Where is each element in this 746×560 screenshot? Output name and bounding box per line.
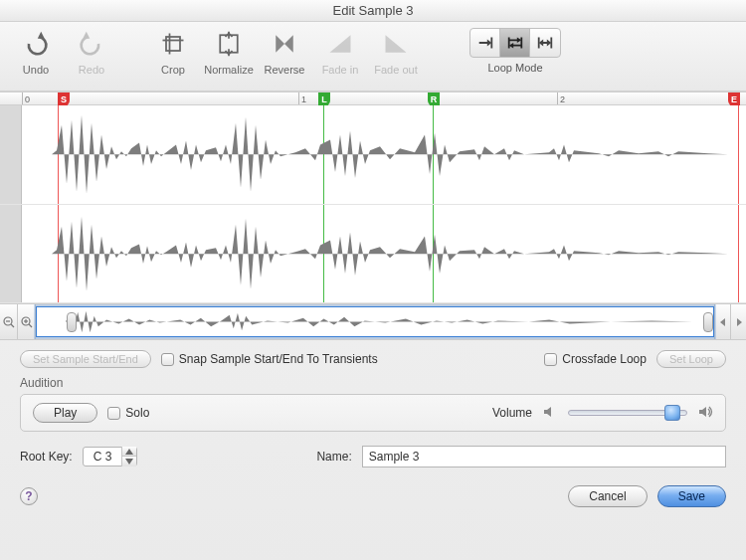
slider-thumb[interactable] [664, 405, 680, 421]
reverse-label: Reverse [265, 64, 305, 76]
fade-in-button[interactable]: Fade in [314, 28, 366, 76]
reverse-button[interactable]: Reverse [259, 28, 310, 76]
normalize-button[interactable]: Normalize [203, 28, 255, 76]
loop-mode-forward[interactable] [470, 29, 500, 57]
solo-label: Solo [125, 406, 149, 420]
overview-nav-left[interactable] [714, 304, 730, 339]
toolbar: Undo Redo Crop Normalize Reverse [0, 22, 746, 92]
crop-button[interactable]: Crop [147, 28, 199, 76]
redo-label: Redo [79, 64, 104, 76]
overview-row [0, 304, 746, 340]
time-ruler[interactable]: 0 1 2 S L R E [0, 92, 746, 105]
stepper-down[interactable] [122, 457, 136, 467]
audition-legend: Audition [20, 376, 726, 390]
marker-loop-right[interactable]: R [428, 93, 440, 106]
waveform-left-channel [0, 105, 746, 205]
redo-icon [76, 28, 107, 60]
redo-button[interactable]: Redo [66, 28, 117, 76]
overview-nav-right[interactable] [730, 304, 746, 339]
marker-sample-end[interactable]: E [728, 93, 740, 106]
ruler-tick: 1 [298, 93, 306, 104]
reverse-icon [269, 28, 300, 60]
speaker-low-icon [542, 404, 558, 423]
loop-mode-label: Loop Mode [487, 62, 542, 74]
crop-icon [157, 28, 189, 60]
marker-sample-start[interactable]: S [58, 93, 70, 106]
undo-icon [20, 28, 52, 60]
svg-rect-0 [166, 37, 180, 51]
checkbox-icon [161, 353, 174, 366]
marker-loop-left[interactable]: L [318, 93, 330, 106]
crossfade-loop-label: Crossfade Loop [562, 352, 647, 366]
crop-label: Crop [161, 64, 185, 76]
root-key-field[interactable]: C 3 [83, 447, 138, 467]
save-button[interactable]: Save [657, 485, 726, 507]
volume-label: Volume [492, 406, 532, 420]
waveform-right-channel [0, 205, 746, 304]
undo-label: Undo [23, 64, 49, 76]
name-value: Sample 3 [369, 450, 420, 464]
help-button[interactable]: ? [20, 487, 38, 505]
svg-line-19 [29, 324, 32, 327]
snap-transients-label: Snap Sample Start/End To Transients [179, 352, 378, 366]
overview-waveform[interactable] [36, 306, 714, 337]
name-label: Name: [316, 450, 351, 464]
volume-slider[interactable] [568, 410, 687, 416]
set-sample-start-end-button[interactable]: Set Sample Start/End [20, 350, 151, 368]
crossfade-loop-checkbox[interactable]: Crossfade Loop [544, 352, 647, 366]
svg-line-16 [11, 324, 14, 327]
overview-handle-right[interactable] [703, 312, 713, 332]
normalize-icon [213, 28, 245, 60]
speaker-high-icon [697, 404, 713, 423]
fade-in-label: Fade in [322, 64, 359, 76]
undo-button[interactable]: Undo [10, 28, 62, 76]
controls-panel: Set Sample Start/End Snap Sample Start/E… [0, 340, 746, 485]
ruler-tick: 0 [22, 93, 30, 104]
fade-in-icon [324, 28, 356, 60]
waveform-display[interactable] [0, 105, 746, 304]
overview-handle-left[interactable] [67, 312, 77, 332]
root-key-value: C 3 [84, 450, 122, 464]
fade-out-button[interactable]: Fade out [370, 28, 422, 76]
zoom-in-button[interactable] [18, 304, 36, 339]
name-input[interactable]: Sample 3 [362, 446, 726, 467]
checkbox-icon [107, 407, 120, 420]
solo-checkbox[interactable]: Solo [107, 406, 149, 420]
window-title: Edit Sample 3 [0, 0, 746, 22]
save-label: Save [678, 489, 705, 503]
fade-out-icon [380, 28, 412, 60]
cancel-button[interactable]: Cancel [568, 485, 647, 507]
ruler-tick: 2 [557, 93, 565, 104]
loop-mode-pingpong[interactable] [530, 29, 560, 57]
stepper-up[interactable] [122, 447, 136, 457]
root-key-label: Root Key: [20, 450, 73, 464]
play-button[interactable]: Play [33, 403, 97, 423]
loop-mode-segmented[interactable] [469, 28, 561, 58]
zoom-out-button[interactable] [0, 304, 18, 339]
set-loop-button[interactable]: Set Loop [656, 350, 726, 368]
normalize-label: Normalize [204, 64, 254, 76]
snap-transients-checkbox[interactable]: Snap Sample Start/End To Transients [161, 352, 378, 366]
checkbox-icon [544, 353, 557, 366]
fade-out-label: Fade out [374, 64, 417, 76]
loop-mode-loop[interactable] [500, 29, 530, 57]
